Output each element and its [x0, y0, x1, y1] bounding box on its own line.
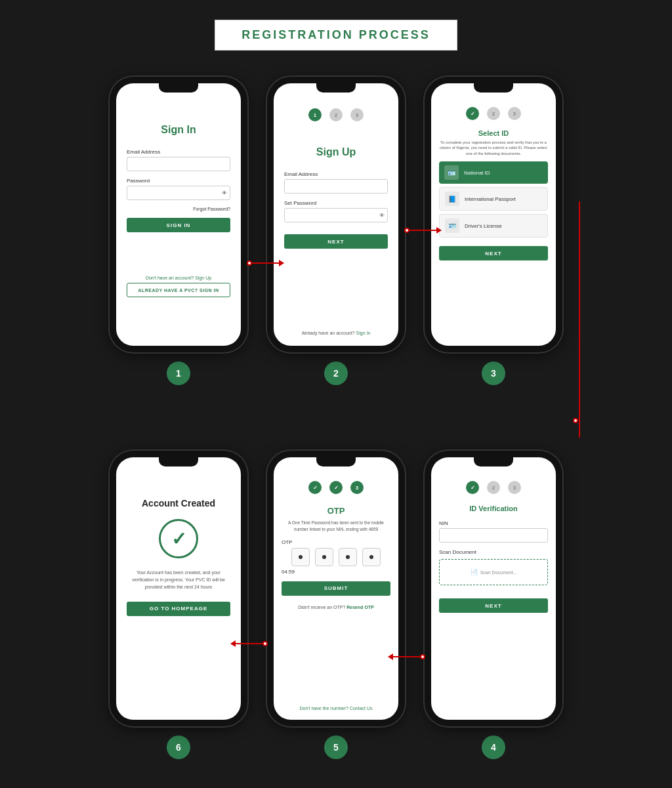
step-indicators-2: 1 2 3 [308, 108, 364, 121]
screen-2-container: 1 2 3 Sign Up Email Address Set Password… [267, 77, 405, 385]
passport-label: International Passport [465, 196, 516, 202]
id-verif-title: ID Verification [439, 505, 548, 512]
arrow-line-2 [410, 230, 441, 231]
next-button-2[interactable]: NEXT [284, 234, 388, 249]
step-badge-2: 2 [324, 362, 348, 385]
screen1-title: Sign In [161, 124, 196, 136]
email-group-2: Email Address [284, 171, 388, 194]
otp-inputs [291, 548, 381, 566]
arrowhead-5 [230, 640, 236, 647]
next-button-3[interactable]: NEXT [439, 246, 548, 260]
resend-link[interactable]: Resend OTP [346, 605, 374, 610]
otp-title: OTP [327, 506, 345, 516]
arrow-line-4 [388, 656, 420, 657]
national-id-option[interactable]: 🪪 National ID [439, 161, 548, 184]
step-dot-4-2: 2 [487, 481, 500, 494]
submit-button[interactable]: SUBMIT [282, 581, 390, 596]
step-indicators-4: ✓ 2 3 [439, 481, 548, 494]
scan-icon: 📄 [471, 569, 478, 575]
national-id-icon: 🪪 [444, 165, 459, 180]
page-title: REGISTRATION PROCESS [242, 28, 430, 42]
screen2-content: 1 2 3 Sign Up Email Address Set Password… [274, 98, 398, 346]
screen6-content: Account Created ✓ Your Account has been … [116, 472, 241, 720]
step-dot-3-2: 2 [487, 107, 500, 120]
email-label: Email Address [127, 149, 230, 155]
arrow-dot-5 [262, 641, 268, 646]
step-dot-4-3: 3 [508, 481, 521, 494]
eye-icon: 👁 [222, 190, 227, 196]
otp-box-2[interactable] [315, 548, 333, 566]
row-2: ✓ 2 3 ID Verification NIN Scan Document … [13, 451, 659, 759]
step-badge-4: 4 [482, 736, 505, 759]
notch-4 [474, 457, 513, 467]
forgot-password[interactable]: Forgot Password? [127, 207, 230, 211]
next-button-4[interactable]: NEXT [439, 598, 548, 613]
account-desc: Your Account has been created, and your … [127, 569, 230, 591]
go-home-button[interactable]: GO TO HOMPEAGE [127, 602, 230, 616]
arrow-dot-2 [404, 228, 410, 233]
screen-6-container: Account Created ✓ Your Account has been … [110, 451, 247, 759]
arrow-4-5 [388, 654, 425, 659]
scan-group: Scan Document 📄 Scan Document... [439, 549, 548, 592]
nin-input[interactable] [439, 528, 548, 543]
license-label: Driver's License [465, 223, 502, 229]
pvc-button[interactable]: ALREADY HAVE A PVC? SIGN IN [127, 283, 230, 297]
step-badge-3: 3 [482, 362, 505, 385]
arrow-line-5 [231, 643, 262, 644]
signin-link-2[interactable]: Sign In [356, 331, 371, 335]
otp-label: OTP [282, 539, 292, 545]
scan-doc-text: Scan Document... [480, 570, 517, 575]
email-input[interactable] [127, 157, 230, 171]
notch-3 [474, 83, 513, 93]
scan-doc-box[interactable]: 📄 Scan Document... [439, 559, 548, 585]
email-group: Email Address [127, 149, 230, 171]
account-text-2: Already have an account? Sign In [302, 331, 371, 335]
step-dot-5-3: 3 [350, 481, 364, 494]
otp-dot-4 [369, 555, 373, 559]
step-dot-3-1: ✓ [466, 107, 479, 120]
arrow-2-3 [404, 228, 441, 233]
phone-3: ✓ 2 3 Select ID To complete your registr… [425, 77, 562, 352]
step-indicators-5: ✓ ✓ 3 [308, 481, 364, 494]
otp-box-4[interactable] [362, 548, 381, 566]
sign-in-button[interactable]: SIGN IN [127, 218, 230, 232]
phone-1: Sign In Email Address Password 👁 Forgot … [110, 77, 247, 352]
otp-desc: A One Time Password has been sent to the… [282, 520, 390, 533]
signup-link[interactable]: Sign Up [195, 276, 211, 280]
email-input-2[interactable] [284, 179, 388, 194]
nin-label: NIN [439, 520, 548, 526]
step-dot-5-1: ✓ [308, 481, 322, 494]
arrow-1-2 [247, 260, 284, 266]
otp-timer: 04:59 [282, 569, 295, 575]
password-group: Password 👁 [127, 178, 230, 200]
step-dot-2-1: 1 [308, 108, 322, 121]
otp-box-3[interactable] [339, 548, 357, 566]
otp-dot-2 [322, 555, 326, 559]
step-dot-2-2: 2 [329, 108, 343, 121]
step-dot-2-3: 3 [350, 108, 364, 121]
national-id-label: National ID [464, 170, 490, 176]
step-badge-6: 6 [167, 736, 190, 759]
screen2-title: Sign Up [316, 146, 356, 158]
screen-4-container: ✓ 2 3 ID Verification NIN Scan Document … [425, 451, 562, 759]
license-option[interactable]: 🪪 Driver's License [439, 214, 548, 238]
arrowhead-4 [388, 653, 393, 660]
license-icon: 🪪 [445, 218, 459, 233]
arrow-line-1 [252, 262, 284, 264]
otp-box-1[interactable] [291, 548, 310, 566]
phone-5: ✓ ✓ 3 OTP A One Time Password has been s… [267, 451, 405, 726]
v-dot-right [573, 418, 578, 423]
account-text-1: Don't have an account? [146, 276, 194, 280]
password-input-2[interactable]: 👁 [284, 208, 388, 222]
row-1: Sign In Email Address Password 👁 Forgot … [13, 77, 659, 385]
notch-6 [159, 457, 198, 467]
eye-icon-2: 👁 [379, 213, 385, 218]
phone-2: 1 2 3 Sign Up Email Address Set Password… [267, 77, 405, 352]
screen-5: ✓ ✓ 3 OTP A One Time Password has been s… [274, 457, 398, 720]
screen-1-container: Sign In Email Address Password 👁 Forgot … [110, 77, 247, 385]
password-group-2: Set Password 👁 [284, 200, 388, 222]
contact-text: Don't have the number? Contact Us [299, 706, 372, 711]
contact-link[interactable]: Contact Us [350, 706, 373, 711]
passport-option[interactable]: 📘 International Passport [439, 187, 548, 211]
scan-label: Scan Document [439, 549, 548, 555]
